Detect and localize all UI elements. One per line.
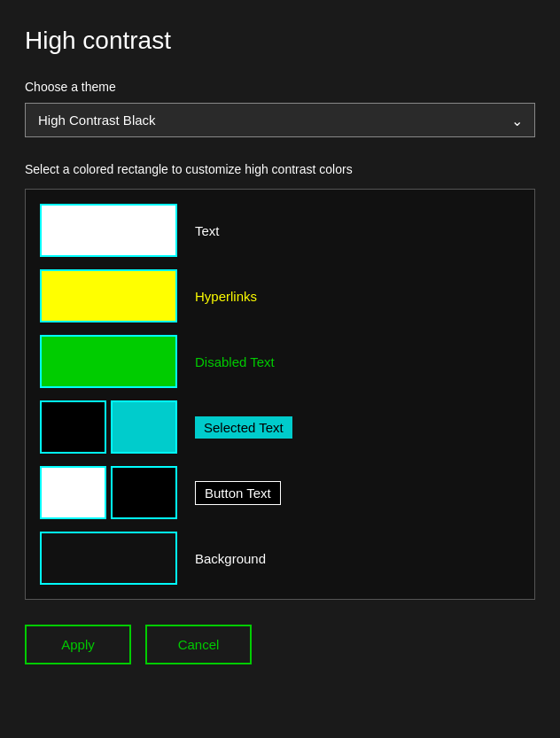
theme-dropdown[interactable]: High Contrast Black High Contrast White … — [25, 103, 535, 137]
color-row-background: Background — [40, 532, 520, 585]
apply-button[interactable]: Apply — [25, 625, 131, 664]
background-color-label: Background — [195, 551, 266, 566]
text-color-label: Text — [195, 223, 220, 238]
color-row-text: Text — [40, 204, 520, 257]
button-fg-swatch[interactable] — [111, 466, 177, 519]
disabled-color-swatch[interactable] — [40, 335, 177, 388]
color-row-disabled: Disabled Text — [40, 335, 520, 388]
button-swatches — [40, 466, 177, 519]
page-title: High contrast — [25, 27, 535, 55]
background-color-swatch[interactable] — [40, 532, 177, 585]
color-row-selected: Selected Text — [40, 400, 520, 454]
theme-dropdown-wrapper: High Contrast Black High Contrast White … — [25, 103, 535, 137]
color-panel: Text Hyperlinks Disabled Text Selected T… — [25, 189, 535, 600]
selected-bg-swatch[interactable] — [40, 400, 106, 454]
selected-swatches — [40, 400, 177, 454]
text-color-swatch[interactable] — [40, 204, 177, 257]
button-bg-swatch[interactable] — [40, 466, 106, 519]
cancel-button[interactable]: Cancel — [145, 625, 252, 664]
selected-color-label: Selected Text — [195, 416, 292, 439]
choose-theme-label: Choose a theme — [25, 80, 535, 94]
color-row-hyperlinks: Hyperlinks — [40, 269, 520, 322]
color-row-button: Button Text — [40, 466, 520, 519]
disabled-color-label: Disabled Text — [195, 354, 275, 369]
button-color-label: Button Text — [195, 481, 281, 505]
hyperlinks-color-swatch[interactable] — [40, 269, 177, 322]
select-colors-label: Select a colored rectangle to customize … — [25, 162, 535, 176]
action-buttons: Apply Cancel — [25, 625, 535, 664]
hyperlinks-color-label: Hyperlinks — [195, 289, 257, 304]
selected-fg-swatch[interactable] — [111, 400, 177, 454]
